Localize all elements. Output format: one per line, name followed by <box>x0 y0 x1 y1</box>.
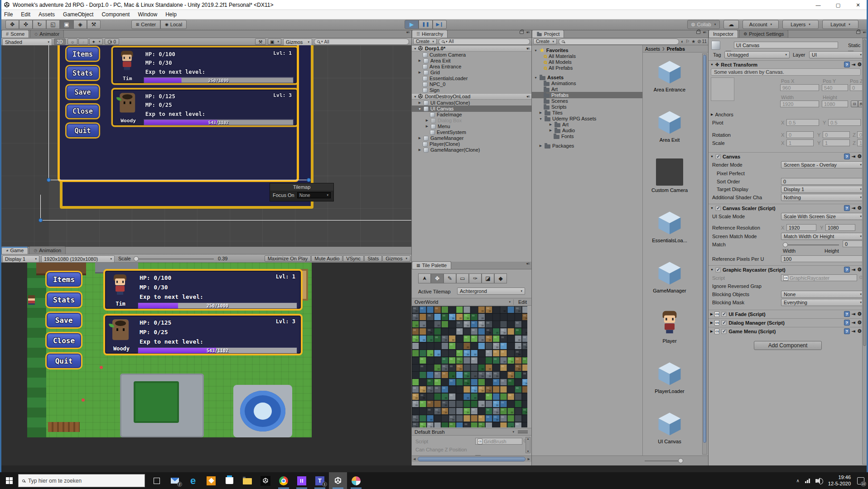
hierarchy-item-gamemanager-clone[interactable]: ▶GameManager(Clone) <box>412 147 531 153</box>
step-button[interactable]: ▶❙ <box>433 20 447 29</box>
gizmos-dropdown[interactable]: Gizmos▾ <box>283 38 312 46</box>
project-packages[interactable]: ▶Packages <box>532 143 642 149</box>
hierarchy-scene-dontdestroy[interactable]: ▼DontDestroyOnLoad▾≡ <box>412 93 531 100</box>
hierarchy-item-dialogbox[interactable]: ▶Dialog Box <box>412 117 531 124</box>
menu-assets[interactable]: Assets <box>34 11 59 18</box>
teams-icon[interactable]: T1 <box>311 472 329 489</box>
game-menu-header[interactable]: ▶csGame Menu (Script)?⇥⚙ <box>709 327 862 335</box>
prefab-uicanvas-label[interactable]: UI Canvas <box>643 439 696 444</box>
pause-button[interactable]: ❚❚ <box>419 20 433 29</box>
prefab-playerloader-icon[interactable] <box>656 360 683 387</box>
hierarchy-item-uicanvas[interactable]: ▼UI Canvas <box>412 105 531 112</box>
stats-button-menu-game[interactable]: Stats <box>45 291 82 308</box>
target-display-dropdown[interactable]: Display 1▾ <box>781 186 864 193</box>
volume-icon[interactable] <box>815 479 818 483</box>
match-field[interactable]: 0 <box>843 240 864 247</box>
save-search-icon[interactable]: ★ <box>691 39 695 44</box>
brush-dropdown[interactable]: Default Brush <box>412 429 511 435</box>
project-grid-scrollbar[interactable] <box>702 53 707 455</box>
prefab-gamemanager-label[interactable]: GameManager <box>643 288 696 293</box>
close-button[interactable]: Close <box>65 103 100 120</box>
unity-hub-icon[interactable] <box>256 472 275 489</box>
hierarchy-scene-dorp[interactable]: ▼Dorp1.0*▾≡ <box>412 45 531 52</box>
project-create-button[interactable]: Create▾ <box>533 38 557 44</box>
items-button-game[interactable]: Items <box>45 271 82 288</box>
tab-tile-palette[interactable]: ▦Tile Palette <box>412 261 451 269</box>
menu-edit[interactable]: Edit <box>17 11 34 18</box>
prefab-essentialsloader-icon[interactable] <box>656 210 683 236</box>
tag-dropdown[interactable]: Untagged▾ <box>724 51 790 58</box>
inspector-lock-icon[interactable] <box>856 31 860 34</box>
project-search-input[interactable] <box>559 38 679 45</box>
posx-field[interactable]: 960 <box>780 84 819 91</box>
items-button[interactable]: Items <box>65 46 100 62</box>
start-button[interactable] <box>0 472 18 489</box>
hierarchy-create-button[interactable]: Create▾ <box>413 38 437 44</box>
brush-mini-scrollbar[interactable]: ▲▼ <box>526 437 530 453</box>
hierarchy-item-gamemanager[interactable]: ▶GameManager <box>412 135 531 141</box>
menu-window[interactable]: Window <box>134 11 161 18</box>
project-udemy-fonts[interactable]: Fonts <box>532 133 642 139</box>
tool-settings-icon[interactable]: ⚒ <box>255 38 266 45</box>
clock[interactable]: 19:46 12-5-2020 <box>828 475 851 487</box>
layers-dropdown[interactable]: Layers▾ <box>782 20 819 29</box>
rect-transform-header[interactable]: ▼✜Rect Transform?⇥⚙ <box>709 60 862 68</box>
project-all-models[interactable]: All Models <box>532 59 642 65</box>
tile-brush-tool-icon[interactable]: ✎ <box>444 273 456 283</box>
stats-button-game[interactable]: Stats <box>364 255 382 262</box>
prefab-player-icon[interactable] <box>658 310 681 337</box>
search-by-type-icon[interactable]: ◐ <box>681 39 684 44</box>
thumbnail-zoom-track[interactable] <box>645 460 681 461</box>
project-animations[interactable]: Animations <box>532 80 642 86</box>
cloud-button[interactable]: ☁ <box>723 20 739 29</box>
project-all-prefabs[interactable]: All Prefabs <box>532 65 642 71</box>
tab-project-settings[interactable]: ⚙Project Settings <box>739 30 788 38</box>
menu-file[interactable]: File <box>0 11 17 18</box>
play-button[interactable]: ▶ <box>405 20 419 29</box>
tile-palette-hscrollbar[interactable]: ◀ ▶ <box>412 455 531 462</box>
brush-menu-icon[interactable] <box>518 431 528 433</box>
ui-fade-header[interactable]: ▶csUI Fade (Script)?⇥⚙ <box>709 310 862 318</box>
active-tilemap-dropdown[interactable]: Achtergrond▾ <box>457 288 525 295</box>
chrome-icon[interactable] <box>275 472 293 489</box>
prefab-area-entrance-label[interactable]: Area Entrance <box>643 87 696 92</box>
project-tiles[interactable]: ▶Tiles <box>532 110 642 116</box>
stats-button[interactable]: Stats <box>65 65 100 81</box>
close-button-game[interactable]: Close <box>45 332 82 349</box>
search-by-label-icon[interactable]: ⚐ <box>685 39 690 44</box>
account-dropdown[interactable]: Account▾ <box>743 20 779 29</box>
maximize-button[interactable]: ▢ <box>828 0 848 10</box>
inspector-pane-menu-icon[interactable]: ▾≡ <box>863 30 866 34</box>
menu-gameobject[interactable]: GameObject <box>59 11 97 18</box>
hand-tool-icon[interactable]: ✥ <box>5 20 19 29</box>
scale-slider-track[interactable] <box>135 259 214 259</box>
project-scripts[interactable]: Scripts <box>532 104 642 110</box>
canvas-header[interactable]: ▼Canvas?⇥⚙ <box>709 152 862 160</box>
tab-scene[interactable]: #Scene <box>1 30 29 38</box>
graphic-raycaster-header[interactable]: ▼Graphic Raycaster (Script)?⇥⚙ <box>709 265 862 273</box>
rot-y-field[interactable]: 0 <box>823 131 850 138</box>
posy-field[interactable]: 540 <box>822 84 848 91</box>
blocking-objects-dropdown[interactable]: None▾ <box>781 291 864 298</box>
prefab-player-label[interactable]: Player <box>643 338 696 344</box>
project-favorites[interactable]: ▼★Favorites <box>532 47 642 53</box>
minimize-button[interactable]: — <box>808 0 828 10</box>
tileset-grid[interactable] <box>412 306 527 427</box>
project-udemy[interactable]: ▼Udemy RPG Assets <box>532 115 642 122</box>
project-pane-menu-icon[interactable]: ▾≡ <box>703 30 706 34</box>
ref-ppu-field[interactable]: 100 <box>781 255 864 262</box>
anchors-row[interactable]: ▶Anchors <box>711 111 733 118</box>
prefab-uicanvas-icon[interactable] <box>656 411 683 437</box>
tab-animator[interactable]: ◇Animator <box>30 30 64 38</box>
prefab-custom-camera-label[interactable]: Custom Camera <box>643 187 696 193</box>
breadcrumb-root[interactable]: Assets <box>645 46 660 52</box>
task-view-icon[interactable] <box>148 472 166 489</box>
hierarchy-item-menu[interactable]: ▶Menu <box>412 123 531 129</box>
prefab-area-exit-icon[interactable] <box>656 109 683 135</box>
hierarchy-item-area-entrance[interactable]: Area Entrance <box>412 63 531 70</box>
game-viewport[interactable]: Items Stats Save Close Quit Lvl: 1 Tim H… <box>1 263 411 465</box>
hierarchy-lock-icon[interactable] <box>520 31 524 34</box>
focus-on-dropdown[interactable]: None▾ <box>297 192 331 198</box>
tile-palette-menu-icon[interactable]: ▾≡ <box>526 262 530 266</box>
hierarchy-pane-menu-icon[interactable]: ▾≡ <box>526 30 530 34</box>
